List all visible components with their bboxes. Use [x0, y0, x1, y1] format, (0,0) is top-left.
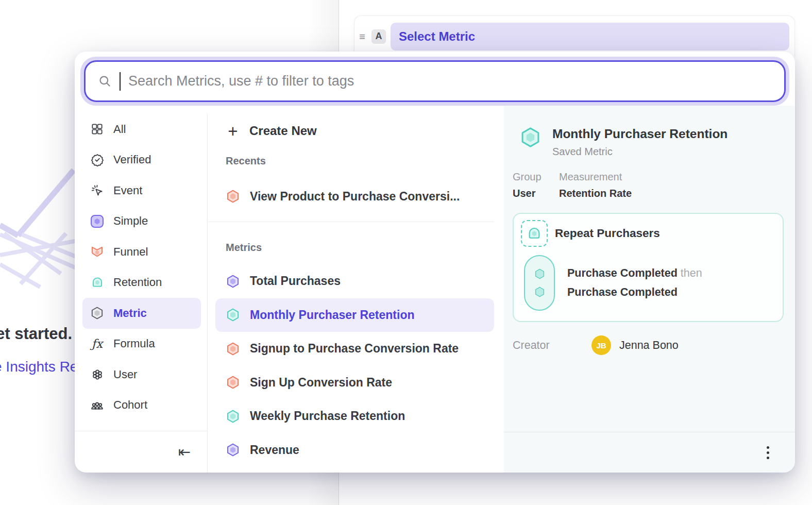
formula-fx-icon: ƒx — [90, 337, 104, 351]
sidebar-item-label: Formula — [113, 337, 155, 350]
metric-bar-card: ≡ A Select Metric — [354, 15, 795, 57]
series-a-badge[interactable]: A — [371, 29, 386, 44]
sidebar-item-label: Funnel — [113, 245, 148, 259]
metric-list-item[interactable]: Total Purchases — [215, 264, 494, 298]
create-new-button[interactable]: + Create New — [215, 115, 494, 147]
metric-item-label: Sign Up Conversion Rate — [250, 376, 392, 390]
background-insights-link[interactable]: e Insights Re — [0, 359, 78, 375]
picker-columns: All Verified — [75, 106, 795, 473]
cursor-click-icon — [90, 183, 104, 197]
sidebar-item-label: Verified — [113, 153, 151, 166]
sidebar-item-simple[interactable]: Simple — [82, 206, 201, 237]
metric-item-label: Weekly Purchase Retention — [250, 409, 405, 423]
funnel-metric-icon — [226, 375, 240, 390]
simple-hexagon-icon — [90, 214, 104, 228]
sidebar-item-formula[interactable]: ƒx Formula — [82, 329, 201, 360]
metrics-section-label: Metrics — [226, 242, 504, 254]
creator-label: Creator — [513, 339, 582, 352]
sidebar-item-cohort[interactable]: Cohort — [82, 390, 201, 421]
sidebar-item-label: Event — [113, 184, 142, 197]
background-heading-fragment: et started. — [0, 325, 72, 343]
collapse-sidebar-icon[interactable]: ⇤ — [178, 445, 191, 460]
metric-item-label: Revenue — [250, 443, 299, 457]
metric-list-item[interactable]: Weekly Purchase Retention — [215, 399, 494, 433]
definition-steps: Purchase Completed then Purchase Complet… — [521, 255, 775, 311]
retention-metric-icon — [226, 409, 240, 424]
retention-arch-icon — [90, 276, 104, 290]
details-header: Monthly Purchaser Retention Saved Metric — [519, 126, 783, 158]
funnel-metric-icon — [226, 189, 240, 204]
details-title: Monthly Purchaser Retention — [552, 126, 728, 142]
group-value: User — [513, 188, 559, 199]
creator-avatar: JB — [591, 335, 611, 355]
measurement-label: Measurement — [559, 171, 632, 183]
details-meta: Group User Measurement Retention Rate — [513, 171, 795, 199]
list-divider — [208, 222, 494, 222]
drag-handle-icon[interactable]: ≡ — [358, 31, 367, 42]
sidebar-item-label: Retention — [113, 276, 162, 289]
sidebar-item-event[interactable]: Event — [82, 175, 201, 206]
metric-item-label: Total Purchases — [250, 274, 341, 288]
metric-details-panel: Monthly Purchaser Retention Saved Metric… — [504, 106, 795, 473]
metric-item-label: Monthly Purchaser Retention — [250, 308, 414, 322]
metric-definition-card: Repeat Purchasers Purchase Completed the… — [513, 213, 784, 322]
metric-list-column: + Create New Recents View Product to Pur… — [207, 106, 504, 473]
funnel-metric-icon — [226, 342, 240, 356]
user-cluster-icon — [90, 367, 104, 381]
funnel-icon — [90, 245, 104, 259]
metric-item-label: Signup to Purchase Conversion Rate — [250, 342, 459, 356]
recents-section-label: Recents — [226, 155, 504, 167]
simple-metric-icon — [226, 274, 240, 289]
simple-metric-icon — [226, 443, 240, 457]
more-options-icon[interactable] — [764, 443, 772, 462]
sidebar-item-retention[interactable]: Retention — [82, 267, 201, 298]
step-connector: then — [681, 267, 702, 279]
recent-item[interactable]: View Product to Purchase Conversi... — [215, 179, 494, 213]
metric-list-item[interactable]: Sign Up Conversion Rate — [215, 366, 494, 400]
metric-list-item[interactable]: Signup to Purchase Conversion Rate — [215, 332, 494, 366]
retention-metric-icon — [226, 308, 240, 322]
sidebar-item-label: All — [113, 123, 126, 136]
text-cursor — [120, 72, 121, 91]
sidebar-item-label: Metric — [113, 307, 147, 320]
search-box — [84, 60, 786, 102]
sidebar-item-label: User — [113, 368, 137, 381]
retention-metric-icon — [519, 126, 542, 148]
sidebar-footer: ⇤ — [75, 431, 207, 473]
retention-definition-icon — [521, 220, 548, 247]
step-hexagon-icon — [534, 286, 546, 298]
verified-badge-icon — [90, 153, 104, 167]
metric-hexagon-icon — [90, 306, 104, 320]
details-footer — [504, 432, 795, 473]
steps-capsule-icon — [524, 255, 555, 311]
definition-header: Repeat Purchasers — [521, 220, 775, 247]
sidebar-item-verified[interactable]: Verified — [82, 145, 201, 176]
sidebar-item-funnel[interactable]: Funnel — [82, 237, 201, 267]
definition-name: Repeat Purchasers — [555, 227, 660, 240]
sidebar-item-all[interactable]: All — [82, 114, 201, 145]
search-input[interactable] — [128, 73, 772, 89]
metric-list-item-selected[interactable]: Monthly Purchaser Retention — [215, 298, 494, 332]
filter-sidebar: All Verified — [75, 106, 207, 473]
plus-icon: + — [226, 123, 240, 140]
measurement-value: Retention Rate — [559, 188, 632, 199]
create-new-label: Create New — [249, 124, 317, 138]
search-focus-ring — [80, 57, 789, 106]
details-subtitle: Saved Metric — [552, 146, 728, 158]
grid-icon — [90, 122, 104, 136]
step-1: Purchase Completed then — [567, 267, 702, 280]
metric-list-item[interactable]: Revenue — [215, 433, 494, 467]
recent-item-label: View Product to Purchase Conversi... — [250, 190, 460, 204]
cohort-people-icon — [90, 398, 104, 412]
sidebar-item-metric[interactable]: Metric — [82, 298, 201, 329]
select-metric-button[interactable]: Select Metric — [391, 23, 789, 50]
sidebar-item-label: Simple — [113, 214, 148, 228]
creator-row: Creator JB Jenna Bono — [513, 335, 795, 355]
sidebar-item-user[interactable]: User — [82, 359, 201, 390]
step-hexagon-icon — [534, 268, 546, 280]
search-icon — [98, 74, 112, 88]
metric-picker-modal: All Verified — [75, 52, 795, 473]
group-label: Group — [513, 171, 559, 183]
step-2: Purchase Completed — [567, 286, 702, 299]
sidebar-item-label: Cohort — [113, 398, 147, 412]
